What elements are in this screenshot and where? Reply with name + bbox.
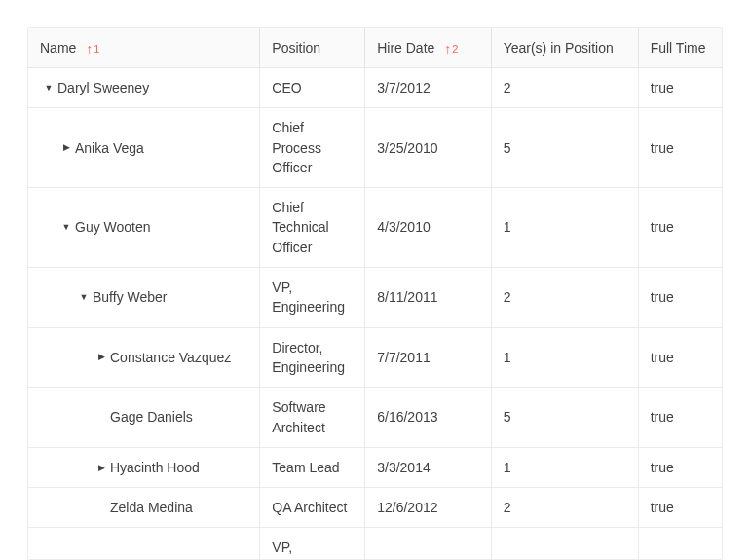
cell-years: 2 [491, 267, 638, 327]
cell-position: CEO [259, 68, 364, 107]
column-label: Name [40, 40, 76, 56]
chevron-right-icon[interactable]: ▶ [57, 143, 75, 152]
chevron-down-icon[interactable]: ▼ [40, 84, 57, 93]
sort-indicator-name: ↑1 [86, 40, 99, 56]
table-row[interactable]: ▶Hyacinth HoodTeam Lead3/3/20141true [28, 447, 722, 487]
header-row: Name ↑1 Position Hire Date ↑2 [28, 28, 722, 68]
arrow-up-icon: ↑ [444, 42, 451, 56]
cell-hire-date: 12/6/2012 [364, 487, 490, 527]
chevron-right-icon[interactable]: ▶ [93, 464, 110, 472]
cell-years: 1 [491, 447, 638, 487]
sort-index: 1 [94, 43, 99, 55]
name-text: Constance Vazquez [110, 348, 231, 367]
column-header-full-time[interactable]: Full Time [638, 28, 722, 68]
cell-hire-date: 7/7/2011 [364, 327, 490, 388]
table-row[interactable]: ▼Guy WootenChief Technical Officer4/3/20… [28, 187, 722, 267]
column-header-name[interactable]: Name ↑1 [28, 28, 259, 68]
column-label: Year(s) in Position [504, 40, 614, 56]
cell-position: VP, [259, 527, 364, 559]
cell-name: ▼Buffy Weber [28, 267, 259, 327]
cell-full-time: true [638, 187, 722, 267]
cell-name: ▶Hyacinth Hood [28, 447, 259, 487]
cell-full-time: true [638, 68, 722, 107]
cell-full-time: true [638, 327, 722, 388]
cell-hire-date: 3/3/2014 [364, 447, 490, 487]
name-text: Buffy Weber [93, 287, 168, 307]
sort-index: 2 [452, 43, 458, 55]
treelist-body: ▼Daryl SweeneyCEO3/7/20122true▶Anika Veg… [28, 68, 722, 559]
cell-years [491, 527, 638, 559]
table-row[interactable]: VP, [28, 527, 722, 559]
cell-name: Gage Daniels [28, 387, 259, 447]
cell-name: ▶Constance Vazquez [28, 327, 259, 388]
cell-years: 5 [491, 387, 638, 447]
name-text: Hyacinth Hood [110, 458, 200, 477]
column-header-years[interactable]: Year(s) in Position [491, 28, 638, 68]
chevron-down-icon[interactable]: ▼ [57, 223, 75, 232]
cell-name [28, 527, 259, 559]
cell-years: 1 [491, 187, 638, 267]
cell-years: 2 [491, 487, 638, 527]
cell-years: 5 [491, 107, 638, 187]
name-text: Zelda Medina [110, 498, 193, 517]
column-header-hire-date[interactable]: Hire Date ↑2 [364, 28, 490, 68]
cell-full-time [638, 527, 722, 559]
cell-position: Team Lead [259, 447, 364, 487]
chevron-right-icon[interactable]: ▶ [93, 353, 110, 361]
employee-treelist: Name ↑1 Position Hire Date ↑2 [27, 27, 723, 560]
cell-name: ▼Daryl Sweeney [28, 68, 259, 107]
cell-full-time: true [638, 487, 722, 527]
sort-indicator-hire-date: ↑2 [444, 40, 458, 56]
table-row[interactable]: Gage DanielsSoftware Architect6/16/20135… [28, 387, 722, 447]
chevron-down-icon[interactable]: ▼ [75, 293, 93, 302]
table-row[interactable]: ▶Anika VegaChief Process Officer3/25/201… [28, 107, 722, 187]
cell-position: QA Architect [259, 487, 364, 527]
cell-hire-date [364, 527, 490, 559]
cell-name: ▶Anika Vega [28, 107, 259, 187]
cell-position: Chief Process Officer [259, 107, 364, 187]
column-label: Hire Date [377, 40, 434, 56]
cell-hire-date: 4/3/2010 [364, 187, 490, 267]
cell-hire-date: 6/16/2013 [364, 387, 490, 447]
table-row[interactable]: ▼Daryl SweeneyCEO3/7/20122true [28, 68, 722, 107]
name-text: Gage Daniels [110, 407, 193, 427]
cell-position: Software Architect [259, 387, 364, 447]
cell-position: VP, Engineering [259, 267, 364, 327]
cell-hire-date: 8/11/2011 [364, 267, 490, 327]
cell-name: Zelda Medina [28, 487, 259, 527]
cell-name: ▼Guy Wooten [28, 187, 259, 267]
cell-full-time: true [638, 267, 722, 327]
cell-hire-date: 3/7/2012 [364, 68, 490, 107]
column-header-position[interactable]: Position [259, 28, 364, 68]
table-row[interactable]: Zelda MedinaQA Architect12/6/20122true [28, 487, 722, 527]
cell-years: 2 [491, 68, 638, 107]
table-row[interactable]: ▶Constance VazquezDirector, Engineering7… [28, 327, 722, 388]
arrow-up-icon: ↑ [86, 42, 93, 56]
cell-hire-date: 3/25/2010 [364, 107, 490, 187]
table-row[interactable]: ▼Buffy WeberVP, Engineering8/11/20112tru… [28, 267, 722, 327]
column-label: Full Time [651, 40, 706, 56]
cell-position: Director, Engineering [259, 327, 364, 388]
cell-full-time: true [638, 387, 722, 447]
column-label: Position [272, 40, 320, 56]
cell-full-time: true [638, 447, 722, 487]
name-text: Daryl Sweeney [57, 78, 149, 97]
treelist-header: Name ↑1 Position Hire Date ↑2 [28, 28, 722, 68]
name-text: Guy Wooten [75, 217, 151, 237]
cell-years: 1 [491, 327, 638, 388]
name-text: Anika Vega [75, 138, 144, 158]
cell-position: Chief Technical Officer [259, 187, 364, 267]
cell-full-time: true [638, 107, 722, 187]
